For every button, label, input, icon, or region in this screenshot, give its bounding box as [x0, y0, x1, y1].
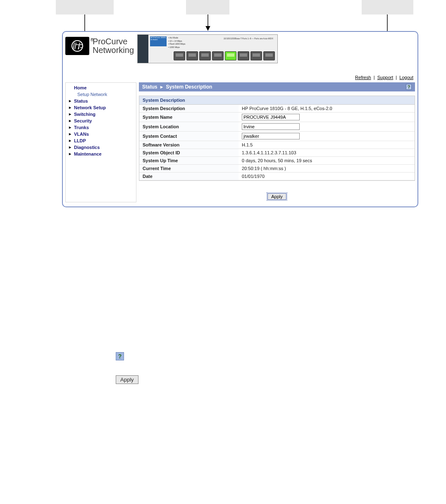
logout-link[interactable]: Logout: [399, 75, 413, 80]
device-port[interactable]: [250, 51, 262, 60]
row-value: 01/01/1970: [239, 173, 415, 180]
header-area: ProCurve Networking HP ProCurve 1810G-24…: [65, 34, 415, 63]
row-label: System Up Time: [139, 157, 239, 165]
breadcrumb-path: Status ▸ System Description: [142, 84, 212, 90]
nav-lldp[interactable]: LLDP: [66, 137, 136, 144]
breadcrumb-sep: ▸: [160, 84, 163, 90]
brand-line2: Networking: [93, 46, 134, 55]
row-label: System Description: [139, 105, 239, 113]
table-row: Current Time 20:50:19 ( hh:mm:ss ): [139, 165, 415, 173]
nav-home[interactable]: Home: [66, 84, 136, 91]
row-label: Current Time: [139, 165, 239, 173]
device-port[interactable]: [186, 51, 198, 60]
support-link[interactable]: Support: [377, 75, 394, 80]
device-led-row: 10 + 14 Mbps: [168, 40, 186, 43]
brand-line1: ProCurve: [93, 37, 134, 46]
table-row: System Name: [139, 113, 415, 122]
system-description-panel: System Description System Description HP…: [139, 96, 415, 181]
apply-button[interactable]: Apply: [267, 193, 286, 200]
top-links: Refresh | Support | Logout: [65, 63, 415, 82]
device-port[interactable]: [263, 51, 275, 60]
row-label: System Location: [139, 122, 239, 132]
callout-box-nav: [56, 0, 114, 14]
help-icon[interactable]: ?: [406, 84, 412, 90]
nav-security[interactable]: Security: [66, 118, 136, 124]
nav-trunks[interactable]: Trunks: [66, 124, 136, 131]
table-row: Software Version H.1.5: [139, 141, 415, 149]
row-value: 20:50:19 ( hh:mm:ss ): [239, 165, 415, 173]
hp-logo-icon: [69, 40, 86, 52]
brand-text: ProCurve Networking: [93, 37, 134, 55]
nav-diagnostics[interactable]: Diagnostics: [66, 144, 136, 151]
breadcrumb: Status ▸ System Description ?: [139, 82, 415, 91]
row-label: Software Version: [139, 141, 239, 149]
row-label: Date: [139, 173, 239, 180]
device-port[interactable]: [174, 51, 185, 60]
brand-block: ProCurve Networking: [65, 34, 136, 55]
system-description-table: System Description HP ProCurve 1810G - 8…: [139, 105, 415, 180]
table-row: System Contact: [139, 132, 415, 141]
device-ports-label: 10/100/1000Base-T Ports 1–8 — Ports are …: [224, 37, 273, 40]
panel-header: System Description: [139, 96, 415, 105]
refresh-link[interactable]: Refresh: [355, 75, 371, 80]
nav-switching[interactable]: Switching: [66, 111, 136, 118]
row-value: 1.3.6.1.4.1.11.2.3.7.11.103: [239, 149, 415, 157]
nav-status[interactable]: Status: [66, 98, 136, 104]
nav-network-setup[interactable]: Network Setup: [66, 104, 136, 111]
nav-home-setup-network[interactable]: Setup Network: [66, 91, 136, 98]
device-led-legend: Act Mode 10 + 14 Mbps Flash 1000 Mbps 10…: [168, 36, 186, 49]
system-contact-input[interactable]: [242, 133, 300, 139]
system-name-input[interactable]: [242, 114, 300, 120]
device-ports: [174, 51, 275, 60]
help-icon[interactable]: ?: [116, 352, 124, 360]
row-value: HP ProCurve 1810G - 8 GE, H.1.5, eCos-2.…: [239, 105, 415, 113]
main-area: Status ▸ System Description ? System Des…: [139, 82, 415, 202]
callout-box-device: [186, 0, 229, 14]
row-value: H.1.5: [239, 141, 415, 149]
system-location-input[interactable]: [242, 123, 300, 130]
callout-row: [0, 0, 446, 14]
device-port[interactable]: [238, 51, 249, 60]
apply-button[interactable]: Apply: [116, 375, 138, 384]
nav-maintenance[interactable]: Maintenance: [66, 151, 136, 157]
row-label: System Object ID: [139, 149, 239, 157]
device-led-row: Act Mode: [168, 36, 186, 40]
table-row: Date 01/01/1970: [139, 173, 415, 180]
apply-row: Apply: [139, 181, 415, 202]
row-value: 0 days, 20 hours, 50 mins, 19 secs: [239, 157, 415, 165]
hp-logo: [65, 37, 89, 55]
table-row: System Object ID 1.3.6.1.4.1.11.2.3.7.11…: [139, 149, 415, 157]
device-model-badge: HP ProCurve 1810G-24 Switch: [150, 36, 167, 46]
nav-vlans[interactable]: VLANs: [66, 131, 136, 137]
floating-examples: ? Apply: [116, 352, 446, 384]
row-label: System Contact: [139, 132, 239, 141]
device-port-active[interactable]: [225, 51, 236, 60]
content-row: Home Setup Network Status Network Setup …: [65, 82, 415, 202]
device-led-row: Flash 1000 Mbps: [168, 43, 186, 46]
breadcrumb-part: Status: [142, 84, 157, 90]
table-row: System Location: [139, 122, 415, 132]
breadcrumb-part: System Description: [166, 84, 212, 90]
device-led-row: 1000 Mbps: [168, 46, 186, 49]
device-port[interactable]: [199, 51, 211, 60]
device-side-panel: [138, 35, 148, 63]
app-frame: ProCurve Networking HP ProCurve 1810G-24…: [62, 31, 418, 207]
table-row: System Up Time 0 days, 20 hours, 50 mins…: [139, 157, 415, 165]
device-graphic: HP ProCurve 1810G-24 Switch Act Mode 10 …: [137, 34, 278, 63]
callout-box-links: [362, 0, 413, 14]
row-label: System Name: [139, 113, 239, 122]
nav-tree: Home Setup Network Status Network Setup …: [65, 82, 136, 202]
device-port[interactable]: [212, 51, 224, 60]
table-row: System Description HP ProCurve 1810G - 8…: [139, 105, 415, 113]
